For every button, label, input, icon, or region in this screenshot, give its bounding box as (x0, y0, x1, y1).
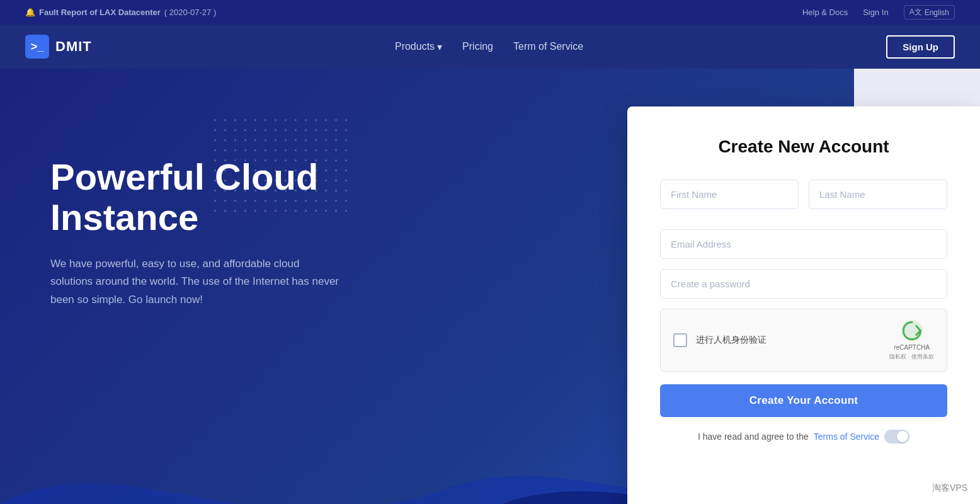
fault-date: ( 2020-07-27 ) (164, 8, 216, 17)
lang-label: English (925, 8, 949, 17)
first-name-group (660, 180, 799, 209)
help-docs-link[interactable]: Help & Docs (802, 8, 848, 17)
nav-products[interactable]: Products ▾ (395, 41, 442, 53)
email-input[interactable] (660, 229, 947, 259)
language-selector[interactable]: A文 English (904, 5, 955, 20)
fault-report-text: Fault Report of LAX Datacenter (39, 8, 161, 17)
hero-subtitle: We have powerful, easy to use, and affor… (50, 255, 340, 310)
nav-pricing[interactable]: Pricing (462, 41, 493, 52)
password-input[interactable] (660, 269, 947, 299)
recaptcha-right: reCAPTCHA 隐私权 · 使用条款 (889, 319, 934, 361)
nav-links: Products ▾ Pricing Term of Service (395, 41, 583, 53)
navbar: >_ DMIT Products ▾ Pricing Term of Servi… (0, 25, 980, 69)
tos-toggle[interactable] (884, 430, 909, 444)
registration-card-wrapper: Create New Account 进行人机身份验证 (627, 106, 980, 504)
nav-tos[interactable]: Term of Service (513, 41, 583, 52)
recaptcha-footer-text: 隐私权 · 使用条款 (889, 353, 934, 361)
logo-link[interactable]: >_ DMIT (25, 35, 92, 59)
recaptcha-left: 进行人机身份验证 (673, 333, 766, 347)
tos-row: I have read and agree to the Terms of Se… (660, 430, 947, 444)
recaptcha-checkbox[interactable] (673, 333, 687, 347)
registration-card: Create New Account 进行人机身份验证 (627, 106, 980, 504)
signup-button[interactable]: Sign Up (886, 35, 955, 59)
hero-content: Powerful Cloud Instance We have powerful… (50, 106, 403, 309)
name-row (660, 180, 947, 219)
lang-icon: A文 (909, 7, 922, 18)
recaptcha-brand-text: reCAPTCHA (894, 343, 930, 352)
announcement-bar: 🔔 Fault Report of LAX Datacenter ( 2020-… (0, 0, 980, 25)
logo-icon: >_ (25, 35, 49, 59)
recaptcha-label: 进行人机身份验证 (696, 335, 766, 346)
create-account-button[interactable]: Create Your Account (660, 384, 947, 417)
hero-section: Powerful Cloud Instance We have powerful… (0, 69, 980, 504)
announcement-left: 🔔 Fault Report of LAX Datacenter ( 2020-… (25, 8, 216, 17)
email-group (660, 229, 947, 259)
first-name-input[interactable] (660, 180, 799, 209)
recaptcha-logo-icon (901, 319, 923, 342)
recaptcha-box[interactable]: 进行人机身份验证 reCAPTCHA 隐私权 · 使用条款 (660, 309, 947, 372)
last-name-group (809, 180, 947, 209)
form-title: Create New Account (660, 137, 947, 157)
password-group (660, 269, 947, 299)
signin-link[interactable]: Sign In (863, 8, 888, 17)
logo-text: DMIT (55, 38, 92, 55)
tos-prefix: I have read and agree to the (698, 432, 809, 442)
bell-icon: 🔔 (25, 8, 35, 17)
watermark: 淘客VPS (932, 483, 967, 494)
announcement-right: Help & Docs Sign In A文 English (802, 5, 955, 20)
tos-link[interactable]: Terms of Service (814, 432, 879, 442)
chevron-down-icon: ▾ (437, 41, 442, 53)
hero-title: Powerful Cloud Instance (50, 157, 403, 238)
last-name-input[interactable] (809, 180, 947, 209)
